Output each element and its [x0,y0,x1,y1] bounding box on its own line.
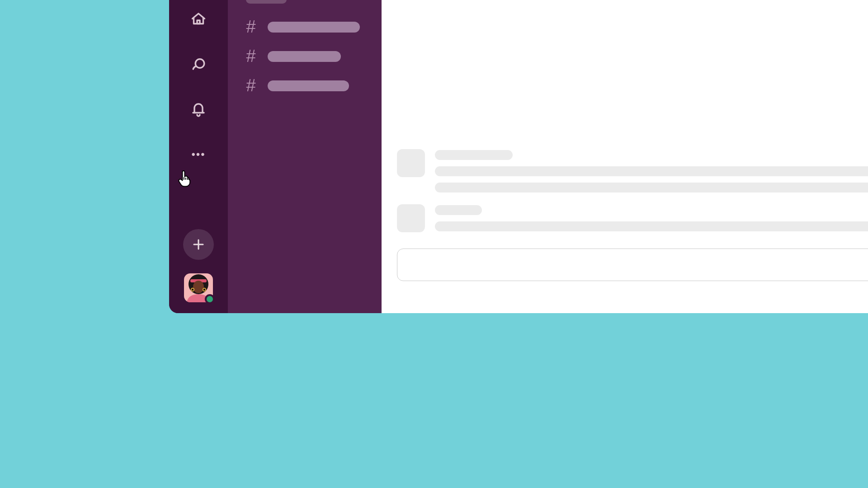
channel-item[interactable]: # [246,76,363,95]
channel-name [268,51,341,62]
message-composer[interactable] [397,249,868,281]
dm-icon[interactable] [189,54,208,74]
compose-button[interactable] [183,229,214,260]
activity-icon[interactable] [189,99,208,119]
hash-icon: # [246,76,256,95]
home-icon[interactable] [189,9,208,29]
section-heading [246,0,287,4]
user-avatar[interactable] [184,273,213,302]
message-text-line [435,183,868,192]
channel-item[interactable]: # [246,17,363,37]
channel-name [268,80,349,91]
hash-icon: # [246,17,256,37]
svg-point-2 [193,68,194,70]
presence-indicator [205,294,215,304]
message-avatar[interactable] [397,204,425,232]
message-avatar[interactable] [397,149,425,177]
channel-name [268,22,360,33]
stage: ••• [0,0,868,488]
more-icon[interactable]: ••• [189,145,208,164]
hash-icon: # [246,47,256,66]
nav-rail: ••• [169,0,228,313]
message-pane [382,0,868,313]
svg-rect-0 [197,20,200,24]
channel-item[interactable]: # [246,47,363,66]
message-author[interactable] [435,150,513,160]
app-window: ••• [169,0,868,313]
rail-bottom [169,229,228,302]
message-author[interactable] [435,205,482,215]
svg-point-6 [193,281,204,293]
message-item [397,204,868,232]
channel-sidebar: ### [228,0,382,313]
message-text-line [435,166,868,176]
message-text-line [435,221,868,231]
message-item [397,149,868,192]
